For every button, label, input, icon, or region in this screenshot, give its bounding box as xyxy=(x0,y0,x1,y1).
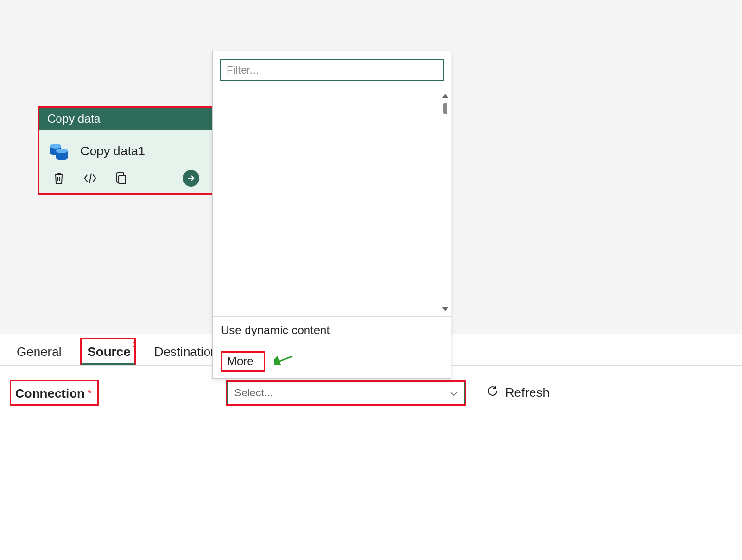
tab-source-badge: 1 xyxy=(133,340,136,348)
chevron-down-icon xyxy=(450,387,457,399)
svg-rect-4 xyxy=(119,175,126,184)
more-option-row[interactable]: More xyxy=(213,344,451,378)
connection-select-placeholder: Select... xyxy=(234,387,273,399)
scroll-thumb[interactable] xyxy=(443,103,447,114)
connection-row: Connection * Select... Refresh xyxy=(10,380,732,406)
activity-header: Copy data xyxy=(39,108,212,130)
more-option-label: More xyxy=(221,351,265,372)
connection-label-box: Connection * xyxy=(10,380,99,406)
tab-source[interactable]: Source 1 xyxy=(80,338,136,365)
activity-name: Copy data1 xyxy=(80,144,145,159)
scroll-down-icon[interactable] xyxy=(442,307,448,311)
svg-line-5 xyxy=(277,356,292,362)
delete-icon[interactable] xyxy=(52,171,66,185)
refresh-label: Refresh xyxy=(505,385,550,400)
filter-wrap xyxy=(213,51,451,89)
connection-select-wrapper: Select... xyxy=(226,380,466,406)
required-star-icon: * xyxy=(88,388,92,399)
database-icon xyxy=(47,139,71,163)
connection-dropdown-panel: Use dynamic content More xyxy=(212,51,451,379)
refresh-icon xyxy=(486,384,499,401)
annotation-arrow-icon xyxy=(274,355,293,368)
scrollbar[interactable] xyxy=(443,94,448,311)
connection-select[interactable]: Select... xyxy=(227,382,465,404)
scroll-up-icon[interactable] xyxy=(442,94,448,98)
tab-destination-label: Destination xyxy=(154,344,218,359)
use-dynamic-content-option[interactable]: Use dynamic content xyxy=(213,317,451,344)
connection-label: Connection xyxy=(15,386,85,401)
copy-data-activity[interactable]: Copy data Copy data1 xyxy=(38,106,214,195)
refresh-button[interactable]: Refresh xyxy=(486,384,550,401)
source-form: Connection * Select... Refresh xyxy=(0,375,742,411)
filter-input[interactable] xyxy=(220,59,444,81)
run-arrow-icon[interactable] xyxy=(183,170,199,187)
tab-general[interactable]: General xyxy=(13,337,66,365)
svg-point-1 xyxy=(50,144,61,149)
activity-body: Copy data1 xyxy=(39,130,212,168)
copy-icon[interactable] xyxy=(114,171,128,185)
tab-source-label: Source xyxy=(88,344,131,359)
tab-destination[interactable]: Destination 1 xyxy=(151,337,222,365)
code-icon[interactable] xyxy=(83,171,97,185)
activity-toolbar xyxy=(39,168,212,193)
svg-point-3 xyxy=(56,149,68,153)
dropdown-list-area[interactable] xyxy=(213,89,451,317)
